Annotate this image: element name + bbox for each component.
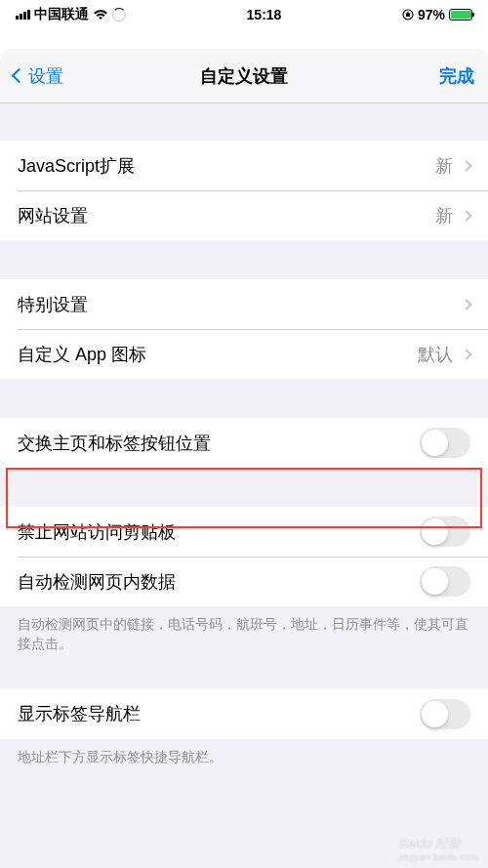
status-bar: 中国联通 15:18 97% — [0, 0, 488, 29]
row-autodetect-data[interactable]: 自动检测网页内数据 — [0, 557, 488, 606]
row-tab-navbar[interactable]: 显示标签导航栏 — [0, 689, 488, 739]
row-label: 自定义 App 图标 — [18, 343, 418, 366]
status-right: 97% — [402, 7, 472, 22]
row-value: 新 — [435, 204, 453, 227]
row-label: JavaScript扩展 — [18, 154, 435, 178]
group-special: 特别设置 自定义 App 图标 默认 — [0, 279, 488, 379]
toggle-autodetect-data[interactable] — [420, 566, 470, 597]
back-label: 设置 — [28, 64, 63, 88]
chevron-right-icon — [461, 299, 471, 310]
settings-modal: 设置 自定义设置 完成 JavaScript扩展 新 网站设置 新 特别设置 — [0, 49, 488, 868]
group-extensions: JavaScript扩展 新 网站设置 新 — [0, 141, 488, 240]
group-tab-navbar: 显示标签导航栏 — [0, 689, 488, 739]
group-swap-buttons: 交换主页和标签按钮位置 — [0, 418, 488, 468]
orientation-lock-icon — [402, 9, 414, 21]
carrier-label: 中国联通 — [34, 6, 89, 23]
row-label: 交换主页和标签按钮位置 — [18, 432, 420, 455]
toggle-tab-navbar[interactable] — [420, 699, 470, 729]
watermark: Baidu 经验 jingyan.baidu.com — [399, 835, 478, 862]
watermark-brand: Baidu 经验 — [399, 836, 461, 850]
nav-bar: 设置 自定义设置 完成 — [0, 49, 488, 103]
row-label: 禁止网站访问剪贴板 — [18, 520, 420, 544]
battery-percentage: 97% — [418, 7, 445, 22]
row-special-settings[interactable]: 特别设置 — [0, 279, 488, 329]
row-label: 特别设置 — [18, 293, 463, 316]
row-label: 网站设置 — [18, 204, 435, 227]
row-label: 自动检测网页内数据 — [18, 570, 420, 594]
tab-navbar-footer: 地址栏下方显示标签快捷导航栏。 — [0, 739, 488, 766]
toggle-block-clipboard[interactable] — [420, 517, 470, 547]
done-button[interactable]: 完成 — [439, 64, 474, 88]
chevron-right-icon — [461, 210, 471, 221]
status-left: 中国联通 — [16, 6, 126, 23]
back-button[interactable]: 设置 — [14, 64, 63, 88]
row-value: 默认 — [418, 343, 453, 366]
status-time: 15:18 — [247, 7, 282, 22]
chevron-right-icon — [461, 160, 471, 171]
watermark-sub: jingyan.baidu.com — [399, 852, 478, 862]
row-js-extensions[interactable]: JavaScript扩展 新 — [0, 141, 488, 190]
chevron-left-icon — [12, 68, 27, 84]
toggle-swap-home-tab[interactable] — [420, 428, 470, 458]
group-clipboard-detect: 禁止网站访问剪贴板 自动检测网页内数据 — [0, 507, 488, 606]
settings-content[interactable]: JavaScript扩展 新 网站设置 新 特别设置 自定义 App 图标 默认 — [0, 103, 488, 868]
row-site-settings[interactable]: 网站设置 新 — [0, 190, 488, 240]
battery-icon — [449, 9, 472, 21]
autodetect-footer: 自动检测网页中的链接，电话号码，航班号，地址，日历事件等，使其可直接点击。 — [0, 606, 488, 654]
row-swap-home-tab[interactable]: 交换主页和标签按钮位置 — [0, 418, 488, 468]
loading-spinner-icon — [112, 8, 126, 21]
page-title: 自定义设置 — [200, 64, 288, 88]
signal-icon — [16, 10, 30, 20]
row-value: 新 — [435, 154, 453, 178]
row-block-clipboard[interactable]: 禁止网站访问剪贴板 — [0, 507, 488, 557]
chevron-right-icon — [461, 349, 471, 359]
row-label: 显示标签导航栏 — [18, 702, 420, 725]
wifi-icon — [93, 9, 108, 21]
row-app-icon[interactable]: 自定义 App 图标 默认 — [0, 329, 488, 379]
